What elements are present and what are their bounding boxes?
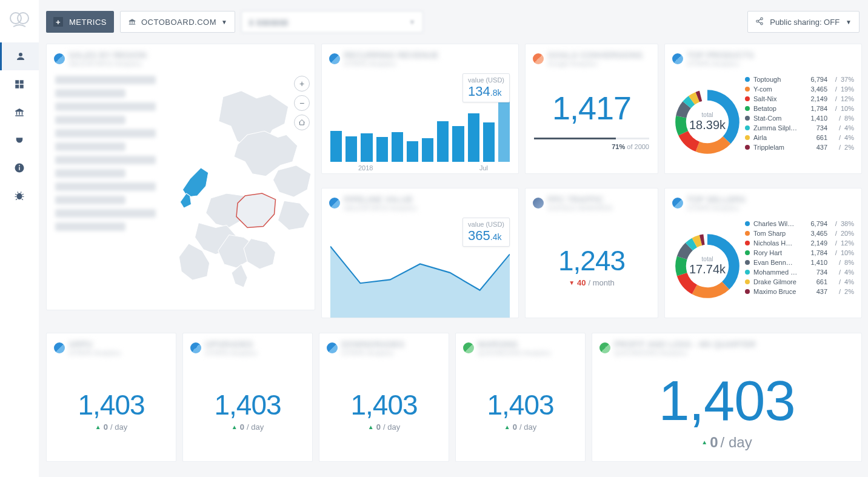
widget-title: GOALS CONVERSIONS bbox=[547, 50, 643, 60]
arrow-up-icon: ▲ bbox=[504, 424, 510, 430]
widget-title: SALES BY REGION bbox=[68, 50, 147, 60]
legend-item: Rory Hart 1,784 / 10% bbox=[745, 249, 854, 256]
legend-item: Nicholas H… 2,149 / 12% bbox=[745, 239, 854, 247]
widget-arpu[interactable]: ARPUSTRIPE Analytics 1,403▲0 / day bbox=[46, 333, 176, 462]
legend-item: Evan Benn… 1,410 / 8% bbox=[745, 259, 854, 266]
map-home-button[interactable] bbox=[294, 115, 310, 130]
goal-progress-bar bbox=[534, 138, 649, 139]
widget-top-sellers[interactable]: TOP SELLERS STRIPE Analytics total17.74k… bbox=[664, 188, 862, 318]
source-icon bbox=[599, 342, 610, 353]
bank-icon bbox=[128, 18, 136, 26]
widget-title: TOP SELLERS bbox=[687, 195, 746, 204]
chevron-down-icon: ▼ bbox=[409, 19, 415, 25]
legend-item: Tom Sharp 3,465 / 20% bbox=[745, 230, 854, 237]
source-icon bbox=[672, 53, 683, 64]
source-icon bbox=[54, 53, 65, 64]
legend-item: Maximo Bruce 437 / 2% bbox=[745, 288, 854, 295]
add-metrics-button[interactable]: + METRICS bbox=[46, 11, 114, 33]
source-icon bbox=[329, 53, 340, 64]
legend-item: Airla 661 / 4% bbox=[745, 134, 854, 141]
donut-legend: Toptough 6,794 / 37% Y-com 3,465 / 19% S… bbox=[744, 71, 855, 172]
nav-bug-icon[interactable] bbox=[0, 182, 39, 210]
widget-subtitle: Google Analytics bbox=[547, 60, 643, 67]
nav-bank-icon[interactable] bbox=[0, 98, 39, 126]
chevron-down-icon: ▼ bbox=[221, 19, 227, 25]
widget-recurring-revenue[interactable]: RECURRING REVENUE STRIPE Analytics value… bbox=[321, 44, 519, 174]
widget-sales-by-region[interactable]: SALES BY REGION SALESFORCE Analytics bbox=[46, 44, 315, 310]
nav-account-icon[interactable] bbox=[0, 42, 39, 70]
legend-item: Zumma Silpl… 734 / 4% bbox=[745, 124, 854, 132]
svg-marker-22 bbox=[330, 247, 510, 318]
donut-chart: total18.39k bbox=[671, 71, 744, 172]
widget-subtitle: SALESFORCE Analytics bbox=[68, 60, 147, 67]
legend-item: Charles Wil… 6,794 / 38% bbox=[745, 220, 854, 227]
plus-icon: + bbox=[53, 17, 63, 27]
arrow-up-icon: ▲ bbox=[701, 439, 707, 445]
legend-item: Stat-Com 1,410 / 8% bbox=[745, 115, 854, 122]
donut-chart: total17.74k bbox=[671, 215, 744, 316]
svg-point-20 bbox=[756, 20, 759, 22]
svg-rect-18 bbox=[129, 24, 136, 25]
widget-subtitle: STRIPE Analytics bbox=[687, 204, 746, 212]
legend-item: Y-com 3,465 / 19% bbox=[745, 85, 854, 93]
donut-legend: Charles Wil… 6,794 / 38% Tom Sharp 3,465… bbox=[744, 215, 855, 316]
widget-title: PPC TRAFFIC bbox=[547, 195, 613, 204]
widget-subtitle: SALESFORCE Analytics bbox=[344, 204, 416, 212]
svg-point-14 bbox=[17, 193, 22, 200]
svg-rect-4 bbox=[20, 80, 24, 84]
widget-title: PIPELINE VALUE bbox=[344, 195, 416, 204]
svg-point-1 bbox=[18, 13, 28, 24]
nav-plug-icon[interactable] bbox=[0, 126, 39, 154]
nav-dashboard-icon[interactable] bbox=[0, 70, 39, 98]
map-zoom-in-button[interactable]: + bbox=[294, 76, 310, 92]
svg-rect-15 bbox=[130, 21, 130, 24]
svg-point-2 bbox=[19, 53, 22, 56]
widget-top-products[interactable]: TOP PRODUCTS STRIPE Analytics total18.39… bbox=[664, 44, 862, 174]
svg-point-13 bbox=[19, 165, 20, 166]
widget-pipeline-value[interactable]: PIPELINE VALUE SALESFORCE Analytics valu… bbox=[321, 188, 519, 318]
svg-rect-7 bbox=[16, 112, 18, 115]
share-icon bbox=[755, 17, 764, 27]
source-icon bbox=[533, 53, 544, 64]
europe-map bbox=[156, 71, 315, 306]
goal-value: 1,417 bbox=[526, 89, 658, 127]
widget-goals-conversions[interactable]: GOALS CONVERSIONS Google Analytics 1,417… bbox=[525, 44, 658, 174]
legend-item: Toptough 6,794 / 37% bbox=[745, 76, 854, 83]
arrow-up-icon: ▲ bbox=[368, 424, 374, 430]
nav-info-icon[interactable] bbox=[0, 154, 39, 182]
widget-margins[interactable]: MARGINSQUICKBOOKS Analytics 1,403▲0 / da… bbox=[455, 333, 586, 462]
widget-downgrades[interactable]: DOWNGRADESSTRIPE Analytics 1,403▲0 / day bbox=[319, 333, 449, 462]
legend-item: Salt-Nix 2,149 / 12% bbox=[745, 95, 854, 102]
app-logo-icon bbox=[7, 6, 32, 30]
legend-item: Tripplelam 437 / 2% bbox=[745, 144, 854, 151]
report-selector[interactable]: ▮ ▮▮▮▮▮▮▮ ▼ bbox=[241, 11, 423, 33]
domain-selector[interactable]: OCTOBOARD.COM ▼ bbox=[120, 11, 235, 33]
arrow-down-icon: ▼ bbox=[569, 279, 575, 286]
arrow-up-icon: ▲ bbox=[95, 424, 101, 430]
svg-rect-8 bbox=[19, 112, 20, 115]
svg-rect-10 bbox=[15, 115, 24, 116]
ppc-value: 1,243 bbox=[558, 244, 625, 277]
widget-title: TOP PRODUCTS bbox=[687, 50, 754, 60]
source-icon bbox=[329, 198, 340, 208]
source-icon bbox=[327, 342, 338, 353]
source-icon bbox=[463, 342, 474, 353]
public-sharing-toggle[interactable]: Public sharing: OFF ▼ bbox=[747, 11, 860, 33]
svg-rect-9 bbox=[22, 112, 23, 115]
goal-progress-label: 71% of 2000 bbox=[526, 143, 658, 150]
svg-rect-16 bbox=[132, 21, 132, 24]
widget-subtitle: STRIPE Analytics bbox=[687, 60, 754, 67]
widget-upgrades[interactable]: UPGRADESSTRIPE Analytics 1,403▲0 / day bbox=[182, 333, 313, 462]
widget-subtitle: GOOGLE ADWORDS bbox=[547, 204, 613, 212]
source-icon bbox=[54, 342, 65, 353]
widget-ppc-traffic[interactable]: PPC TRAFFIC GOOGLE ADWORDS 1,243 ▼40 / m… bbox=[525, 188, 658, 318]
arrow-up-icon: ▲ bbox=[232, 424, 238, 430]
svg-rect-12 bbox=[19, 167, 20, 170]
map-zoom-out-button[interactable]: − bbox=[294, 95, 310, 111]
widget-profit-and-loss[interactable]: PROFIT AND LOSS - 4th QUARTERQUICKBOOKS … bbox=[592, 333, 862, 462]
bar-chart bbox=[322, 95, 518, 162]
toolbar: + METRICS OCTOBOARD.COM ▼ ▮ ▮▮▮▮▮▮▮ ▼ Pu… bbox=[39, 0, 868, 36]
svg-rect-6 bbox=[20, 85, 24, 88]
legend-item: Betatop 1,784 / 10% bbox=[745, 105, 854, 112]
left-rail bbox=[0, 0, 39, 477]
